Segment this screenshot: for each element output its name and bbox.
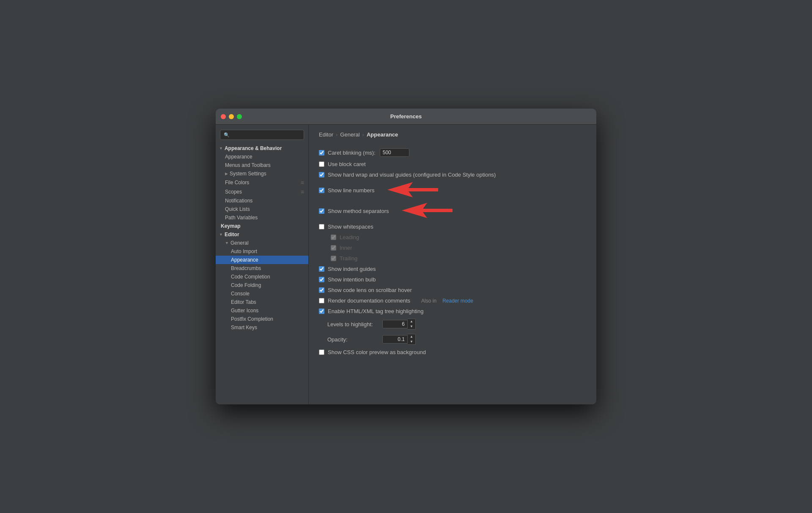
opacity-label: Opacity:	[327, 336, 378, 343]
levels-decrement-button[interactable]: ▼	[408, 324, 415, 329]
main-layout: 🔍 ▼ Appearance & Behavior Appearance Men…	[216, 125, 596, 404]
sidebar-item-notifications[interactable]: Notifications	[216, 196, 308, 205]
main-panel: Editor › General › Appearance Caret blin…	[309, 125, 596, 404]
show-intention-bulb-text: Show intention bulb	[328, 276, 376, 283]
sidebar-item-appearance[interactable]: Appearance	[216, 153, 308, 161]
sidebar-item-appearance-editor[interactable]: Appearance	[216, 256, 308, 264]
opacity-spinner-buttons: ▲ ▼	[408, 334, 416, 345]
sidebar-item-appearance-behavior[interactable]: ▼ Appearance & Behavior	[216, 144, 308, 153]
sidebar-label: Menus and Toolbars	[225, 162, 271, 168]
setting-use-block-caret: Use block caret	[319, 159, 586, 169]
show-method-separators-label: Show method separators	[319, 208, 389, 214]
sidebar-item-menus-toolbars[interactable]: Menus and Toolbars	[216, 161, 308, 169]
opacity-input[interactable]	[382, 335, 408, 344]
show-whitespaces-label: Show whitespaces	[319, 224, 373, 230]
sidebar-label: Appearance & Behavior	[225, 145, 282, 151]
sidebar-item-general[interactable]: ▼ General	[216, 239, 308, 247]
sidebar-label: Quick Lists	[225, 206, 250, 212]
sidebar-label: Code Completion	[231, 274, 270, 280]
leading-checkbox[interactable]	[331, 235, 336, 240]
levels-increment-button[interactable]: ▲	[408, 319, 415, 324]
chevron-down-icon: ▼	[225, 241, 229, 245]
show-css-color-checkbox[interactable]	[319, 349, 324, 355]
use-block-caret-text: Use block caret	[328, 161, 366, 167]
sidebar-label: Editor Tabs	[231, 299, 256, 305]
sidebar-item-path-variables[interactable]: Path Variables	[216, 213, 308, 222]
breadcrumb-editor: Editor	[319, 131, 333, 138]
levels-spinner-buttons: ▲ ▼	[408, 319, 416, 330]
show-intention-bulb-checkbox[interactable]	[319, 277, 324, 282]
show-code-lens-checkbox[interactable]	[319, 287, 324, 293]
sidebar-item-file-colors[interactable]: File Colors ≡	[216, 178, 308, 187]
sidebar-label: Postfix Completion	[231, 316, 273, 322]
sidebar: 🔍 ▼ Appearance & Behavior Appearance Men…	[216, 125, 309, 404]
sidebar-item-editor-tabs[interactable]: Editor Tabs	[216, 298, 308, 306]
sidebar-label: Appearance	[231, 257, 258, 263]
show-whitespaces-text: Show whitespaces	[328, 224, 373, 230]
trailing-checkbox[interactable]	[331, 256, 336, 261]
use-block-caret-label: Use block caret	[319, 161, 366, 167]
show-method-separators-text: Show method separators	[328, 208, 389, 214]
title-bar: Preferences	[216, 109, 596, 125]
sidebar-item-code-completion[interactable]: Code Completion	[216, 273, 308, 281]
search-box[interactable]: 🔍	[220, 130, 304, 140]
trailing-label: Trailing	[331, 255, 357, 262]
maximize-button[interactable]	[237, 114, 242, 119]
sidebar-item-console[interactable]: Console	[216, 289, 308, 298]
chevron-down-icon: ▼	[219, 232, 223, 237]
caret-blinking-checkbox[interactable]	[319, 150, 324, 156]
show-method-separators-checkbox[interactable]	[319, 208, 324, 214]
traffic-lights	[221, 114, 242, 119]
opacity-decrement-button[interactable]: ▼	[408, 339, 415, 344]
show-line-numbers-checkbox[interactable]	[319, 188, 324, 193]
show-css-color-text: Show CSS color preview as background	[328, 349, 426, 355]
sidebar-item-editor[interactable]: ▼ Editor	[216, 230, 308, 239]
sidebar-label: Auto Import	[231, 248, 257, 254]
inner-checkbox[interactable]	[331, 245, 336, 251]
list-icon: ≡	[301, 188, 304, 195]
sidebar-item-auto-import[interactable]: Auto Import	[216, 247, 308, 256]
sidebar-item-scopes[interactable]: Scopes ≡	[216, 187, 308, 196]
sidebar-item-breadcrumbs[interactable]: Breadcrumbs	[216, 264, 308, 273]
show-indent-guides-checkbox[interactable]	[319, 266, 324, 272]
sidebar-item-quick-lists[interactable]: Quick Lists	[216, 205, 308, 213]
render-documentation-label: Render documentation comments	[319, 297, 410, 304]
levels-to-highlight-spinner: ▲ ▼	[382, 319, 416, 330]
show-hard-wrap-checkbox[interactable]	[319, 172, 324, 177]
trailing-text: Trailing	[340, 255, 357, 262]
setting-show-method-separators: Show method separators	[319, 201, 586, 221]
show-line-numbers-label: Show line numbers	[319, 187, 375, 194]
minimize-button[interactable]	[229, 114, 234, 119]
setting-render-documentation: Render documentation comments Also in Re…	[319, 295, 586, 306]
sidebar-label: System Settings	[230, 171, 266, 177]
use-block-caret-checkbox[interactable]	[319, 161, 324, 167]
sidebar-item-system-settings[interactable]: ▶ System Settings	[216, 169, 308, 178]
sidebar-item-gutter-icons[interactable]: Gutter Icons	[216, 306, 308, 315]
render-documentation-checkbox[interactable]	[319, 298, 324, 303]
sidebar-label: Smart Keys	[231, 325, 257, 330]
show-indent-guides-text: Show indent guides	[328, 266, 376, 272]
breadcrumb-general: General	[340, 131, 359, 138]
close-button[interactable]	[221, 114, 226, 119]
levels-to-highlight-input[interactable]	[382, 320, 408, 328]
sidebar-label: Keymap	[221, 223, 241, 229]
reader-mode-link[interactable]: Reader mode	[442, 298, 473, 304]
breadcrumb-sep-1: ›	[336, 131, 337, 138]
caret-blinking-input[interactable]	[380, 148, 409, 157]
preferences-window: Preferences 🔍 ▼ Appearance & Behavior Ap…	[216, 109, 596, 404]
show-hard-wrap-label: Show hard wrap and visual guides (config…	[319, 172, 496, 178]
sidebar-item-keymap[interactable]: Keymap	[216, 222, 308, 230]
show-whitespaces-checkbox[interactable]	[319, 224, 324, 229]
sidebar-item-code-folding[interactable]: Code Folding	[216, 281, 308, 289]
enable-html-xml-checkbox[interactable]	[319, 308, 324, 314]
sidebar-item-postfix-completion[interactable]: Postfix Completion	[216, 315, 308, 323]
opacity-increment-button[interactable]: ▲	[408, 334, 415, 339]
setting-show-code-lens: Show code lens on scrollbar hover	[319, 285, 586, 295]
sidebar-item-smart-keys[interactable]: Smart Keys	[216, 323, 308, 332]
search-input[interactable]	[231, 132, 300, 138]
show-code-lens-text: Show code lens on scrollbar hover	[328, 287, 412, 293]
breadcrumb-appearance: Appearance	[367, 131, 398, 138]
breadcrumb-sep-2: ›	[362, 131, 364, 138]
show-line-numbers-text: Show line numbers	[328, 187, 375, 194]
sidebar-label: Gutter Icons	[231, 308, 258, 314]
